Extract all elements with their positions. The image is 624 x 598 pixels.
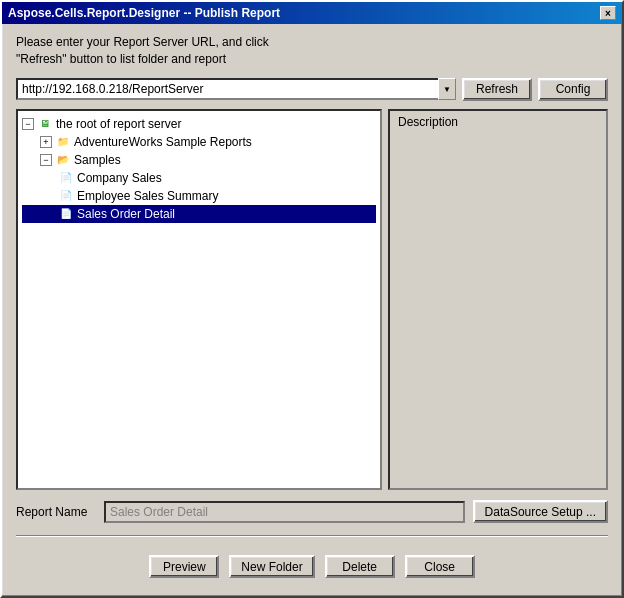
root-expander[interactable]: − [22, 118, 34, 130]
root-icon: 🖥 [37, 116, 53, 132]
employee-sales-label: Employee Sales Summary [77, 189, 218, 203]
company-sales-icon: 📄 [58, 170, 74, 186]
refresh-button[interactable]: Refresh [462, 78, 532, 101]
main-area: − 🖥 the root of report server + 📁 Advent… [16, 109, 608, 490]
tree-employee-sales[interactable]: 📄 Employee Sales Summary [22, 187, 376, 205]
instruction-line1: Please enter your Report Server URL, and… [16, 34, 608, 51]
url-row: ▼ Refresh Config [16, 78, 608, 101]
preview-button[interactable]: Preview [149, 555, 219, 578]
new-folder-button[interactable]: New Folder [229, 555, 314, 578]
tree-company-sales[interactable]: 📄 Company Sales [22, 169, 376, 187]
sales-order-label: Sales Order Detail [77, 207, 175, 221]
tree-samples[interactable]: − 📂 Samples [22, 151, 376, 169]
tree-panel[interactable]: − 🖥 the root of report server + 📁 Advent… [16, 109, 382, 490]
report-name-label: Report Name [16, 505, 96, 519]
url-input[interactable] [16, 78, 456, 100]
close-button[interactable]: × [600, 6, 616, 20]
report-name-row: Report Name DataSource Setup ... [16, 500, 608, 523]
adventureworks-folder-icon: 📁 [55, 134, 71, 150]
instructions: Please enter your Report Server URL, and… [16, 34, 608, 68]
bottom-buttons: Preview New Folder Delete Close [16, 549, 608, 586]
adventureworks-expander[interactable]: + [40, 136, 52, 148]
content-area: Please enter your Report Server URL, and… [2, 24, 622, 596]
report-name-input[interactable] [104, 501, 465, 523]
delete-button[interactable]: Delete [325, 555, 395, 578]
samples-folder-icon: 📂 [55, 152, 71, 168]
instruction-line2: "Refresh" button to list folder and repo… [16, 51, 608, 68]
samples-label: Samples [74, 153, 121, 167]
root-label: the root of report server [56, 117, 181, 131]
employee-sales-icon: 📄 [58, 188, 74, 204]
datasource-button[interactable]: DataSource Setup ... [473, 500, 608, 523]
main-window: Aspose.Cells.Report.Designer -- Publish … [0, 0, 624, 598]
window-title: Aspose.Cells.Report.Designer -- Publish … [8, 6, 280, 20]
tree-sales-order[interactable]: 📄 Sales Order Detail [22, 205, 376, 223]
description-panel: Description [388, 109, 608, 490]
sales-order-icon: 📄 [58, 206, 74, 222]
config-button[interactable]: Config [538, 78, 608, 101]
company-sales-label: Company Sales [77, 171, 162, 185]
tree-adventureworks[interactable]: + 📁 AdventureWorks Sample Reports [22, 133, 376, 151]
url-combo[interactable]: ▼ [16, 78, 456, 100]
separator [16, 535, 608, 537]
description-label: Description [390, 111, 606, 131]
samples-expander[interactable]: − [40, 154, 52, 166]
title-bar: Aspose.Cells.Report.Designer -- Publish … [2, 2, 622, 24]
tree-root[interactable]: − 🖥 the root of report server [22, 115, 376, 133]
close-window-button[interactable]: Close [405, 555, 475, 578]
adventureworks-label: AdventureWorks Sample Reports [74, 135, 252, 149]
